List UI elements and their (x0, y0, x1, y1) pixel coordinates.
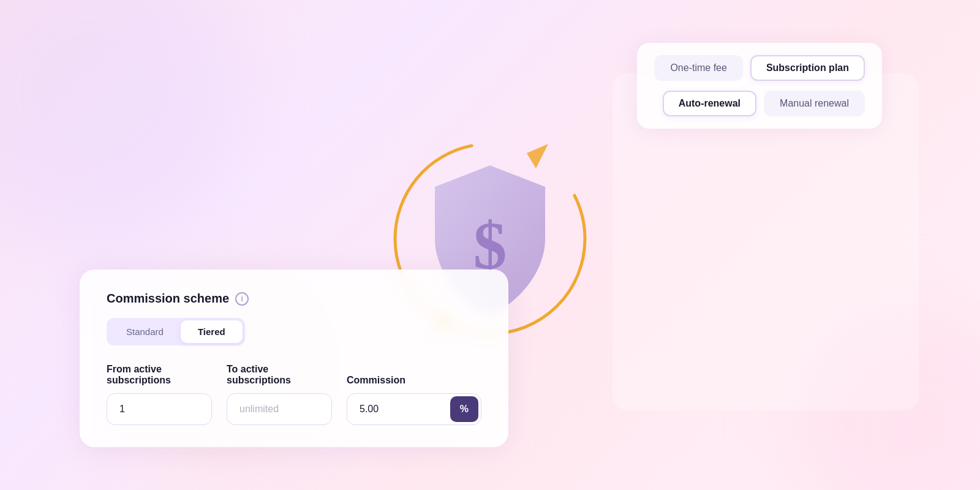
from-subscriptions-col: From active subscriptions (107, 364, 212, 425)
commission-scheme-card: Commission scheme i Standard Tiered From… (80, 270, 508, 447)
subscriptions-grid: From active subscriptions To active subs… (107, 364, 481, 425)
commission-value: 5.00 (347, 394, 448, 424)
percent-badge[interactable]: % (450, 396, 478, 422)
to-subscriptions-input[interactable] (227, 393, 332, 425)
subscription-plan-tab[interactable]: Subscription plan (750, 55, 865, 81)
scene: One-time fee Subscription plan Auto-rene… (61, 24, 919, 466)
commission-label: Commission (347, 375, 481, 386)
commission-scheme-title: Commission scheme i (107, 292, 481, 306)
one-time-fee-tab[interactable]: One-time fee (654, 55, 742, 81)
from-subscriptions-input[interactable] (107, 393, 212, 425)
renewal-type-row: Auto-renewal Manual renewal (654, 91, 865, 116)
tiered-scheme-tab[interactable]: Tiered (181, 320, 243, 343)
scheme-tabs: Standard Tiered (107, 318, 245, 345)
commission-col: Commission 5.00 % (347, 375, 481, 425)
info-icon[interactable]: i (235, 292, 249, 306)
to-subscriptions-label: To active subscriptions (227, 364, 332, 386)
auto-renewal-tab[interactable]: Auto-renewal (663, 91, 756, 116)
to-subscriptions-col: To active subscriptions (227, 364, 332, 425)
subscription-type-card: One-time fee Subscription plan Auto-rene… (637, 43, 882, 129)
from-subscriptions-label: From active subscriptions (107, 364, 212, 386)
fee-type-row: One-time fee Subscription plan (654, 55, 865, 81)
manual-renewal-tab[interactable]: Manual renewal (764, 91, 865, 116)
commission-scheme-label: Commission scheme (107, 292, 229, 306)
commission-input-wrapper: 5.00 % (347, 393, 481, 425)
standard-scheme-tab[interactable]: Standard (109, 320, 181, 343)
